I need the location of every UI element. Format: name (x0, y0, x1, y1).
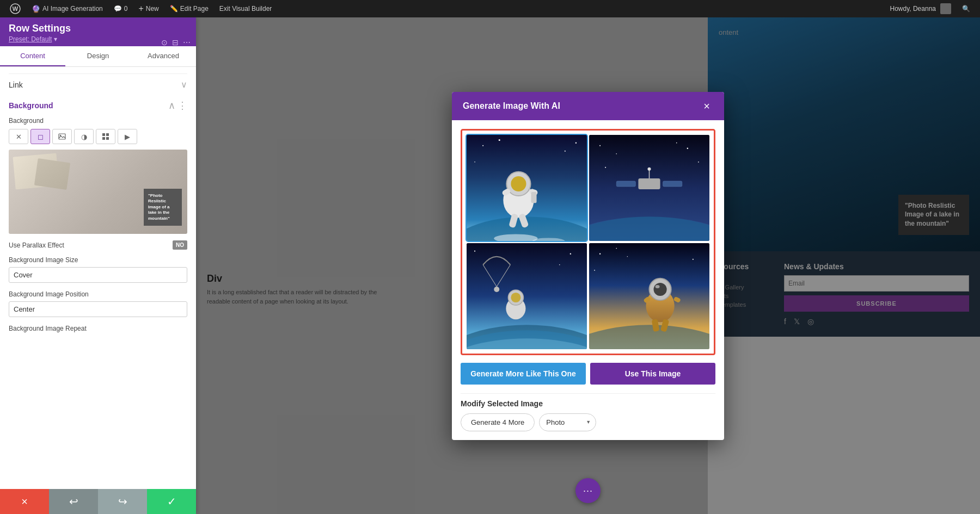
svg-point-62 (599, 253, 601, 254)
bg-image-size-field: Background Image Size Cover Contain Auto (9, 256, 187, 283)
modal-close-button[interactable]: × (700, 100, 713, 113)
image-cell-2[interactable] (589, 135, 709, 241)
svg-rect-2 (59, 134, 65, 139)
bg-type-image[interactable] (52, 129, 72, 144)
svg-rect-4 (102, 133, 105, 136)
svg-rect-6 (102, 137, 105, 140)
generate-image-modal: Generate Image With AI × (452, 92, 724, 440)
svg-point-45 (511, 292, 520, 302)
generate-4-more-button[interactable]: Generate 4 More (461, 413, 535, 431)
svg-point-37 (605, 166, 606, 168)
svg-point-34 (616, 153, 617, 154)
svg-point-49 (474, 250, 475, 251)
generate-more-button[interactable]: Generate More Like This One (461, 363, 586, 385)
svg-point-32 (647, 167, 651, 170)
svg-point-33 (599, 145, 601, 146)
chevron-down-icon: ∨ (181, 79, 187, 90)
bg-type-gradient[interactable]: ◑ (74, 129, 94, 144)
astronaut-3-svg (467, 243, 587, 349)
sidebar-preset[interactable]: Preset: Default ▾ (9, 35, 187, 43)
redo-button[interactable]: ↪ (98, 489, 147, 514)
image-cell-4[interactable] (589, 243, 709, 349)
section-options: ∧ ⋮ (168, 100, 187, 112)
parallax-toggle[interactable]: NO (173, 240, 187, 250)
pattern-icon (102, 133, 109, 140)
undo-button[interactable]: ↩ (49, 489, 98, 514)
admin-bar: W 🔮 AI Image Generation 💬 0 + New ✏️ Edi… (0, 0, 980, 17)
bottom-toolbar: × ↩ ↪ ✓ (0, 489, 196, 514)
main-area: "Photo Reslistic Image of a lake in the … (196, 17, 980, 514)
image-grid (467, 135, 709, 349)
section-more-icon[interactable]: ⋮ (177, 100, 187, 112)
svg-point-50 (570, 253, 571, 254)
preview-quote: "Photo Reslistic Image of a lake in the … (144, 189, 182, 226)
svg-rect-5 (106, 133, 109, 136)
link-section[interactable]: Link ∨ (9, 73, 187, 95)
tab-design[interactable]: Design (65, 46, 131, 66)
sidebar: Row Settings Preset: Default ▾ ⊙ ⊟ ⋯ Con… (0, 17, 196, 514)
svg-text:W: W (13, 5, 19, 12)
svg-point-22 (565, 150, 566, 151)
image-cell-3[interactable] (467, 243, 587, 349)
bg-image-position-select[interactable]: Center Top Left Top Right (9, 301, 187, 317)
wp-logo-item[interactable]: W (4, 0, 26, 17)
tab-advanced[interactable]: Advanced (131, 46, 196, 66)
astronaut-1-svg (467, 135, 587, 241)
tab-content[interactable]: Content (0, 46, 65, 66)
svg-point-38 (676, 142, 677, 143)
bg-image-size-label: Background Image Size (9, 256, 187, 264)
search-bar-item[interactable]: 🔍 (957, 0, 976, 17)
svg-rect-19 (531, 192, 537, 203)
svg-rect-7 (106, 137, 109, 140)
bg-type-color[interactable]: ◻ (30, 129, 50, 144)
satellite-svg (589, 135, 709, 241)
bg-type-video[interactable]: ▶ (118, 129, 137, 144)
wand-icon: 🔮 (32, 5, 40, 13)
use-image-button[interactable]: Use This Image (590, 363, 715, 385)
modal-body: Generate More Like This One Use This Ima… (452, 120, 724, 440)
section-collapse-icon[interactable]: ∧ (168, 100, 175, 112)
bg-type-pattern[interactable] (96, 129, 115, 144)
svg-point-64 (693, 258, 694, 259)
toggle-off-label[interactable]: NO (173, 240, 187, 250)
comments-nav[interactable]: 💬 0 (108, 0, 133, 17)
modify-section: Modify Selected Image Generate 4 More Ph… (461, 393, 715, 431)
background-label: Background (9, 117, 187, 125)
modal-title: Generate Image With AI (463, 101, 560, 111)
sidebar-more-icon[interactable]: ⋯ (183, 38, 191, 47)
edit-page-nav[interactable]: ✏️ Edit Page (164, 0, 214, 17)
confirm-button[interactable]: ✓ (147, 489, 196, 514)
svg-rect-30 (663, 181, 682, 186)
image-grid-wrapper (461, 129, 715, 355)
bg-type-none[interactable]: ✕ (9, 129, 28, 144)
confirm-icon: ✓ (167, 495, 176, 508)
ai-image-nav[interactable]: 🔮 AI Image Generation (26, 0, 108, 17)
admin-bar-right: Howdy, Deanna 🔍 (885, 0, 976, 17)
exit-visual-builder-nav[interactable]: Exit Visual Builder (214, 0, 278, 17)
svg-point-56 (654, 282, 667, 295)
comment-icon: 💬 (114, 5, 122, 13)
sidebar-title: Row Settings (9, 23, 187, 34)
sidebar-columns-icon[interactable]: ⊟ (172, 38, 179, 47)
image-cell-1[interactable] (467, 135, 587, 241)
bg-image-repeat-field: Background Image Repeat (9, 325, 187, 332)
background-preview: "Photo Reslistic Image of a lake in the … (9, 150, 187, 234)
svg-rect-28 (638, 178, 660, 189)
svg-point-36 (698, 161, 699, 162)
bg-image-size-select[interactable]: Cover Contain Auto (9, 267, 187, 283)
svg-point-51 (559, 264, 560, 265)
new-nav[interactable]: + New (133, 0, 164, 17)
sidebar-header: Row Settings Preset: Default ▾ ⊙ ⊟ ⋯ (0, 17, 196, 46)
redo-icon: ↪ (118, 495, 127, 508)
style-select[interactable]: Photo Digital Art Painting Sketch 3D Ren… (539, 413, 596, 431)
background-section-header: Background ∧ ⋮ (9, 100, 187, 112)
howdy-user[interactable]: Howdy, Deanna (885, 0, 957, 17)
cancel-button[interactable]: × (0, 489, 49, 514)
undo-icon: ↩ (69, 495, 78, 508)
pencil-icon: ✏️ (170, 5, 178, 13)
modify-title: Modify Selected Image (461, 399, 715, 408)
astronaut-4-svg (589, 243, 709, 349)
svg-point-21 (499, 139, 500, 141)
sidebar-settings-icon[interactable]: ⊙ (161, 38, 168, 47)
bg-image-position-label: Background Image Position (9, 290, 187, 298)
